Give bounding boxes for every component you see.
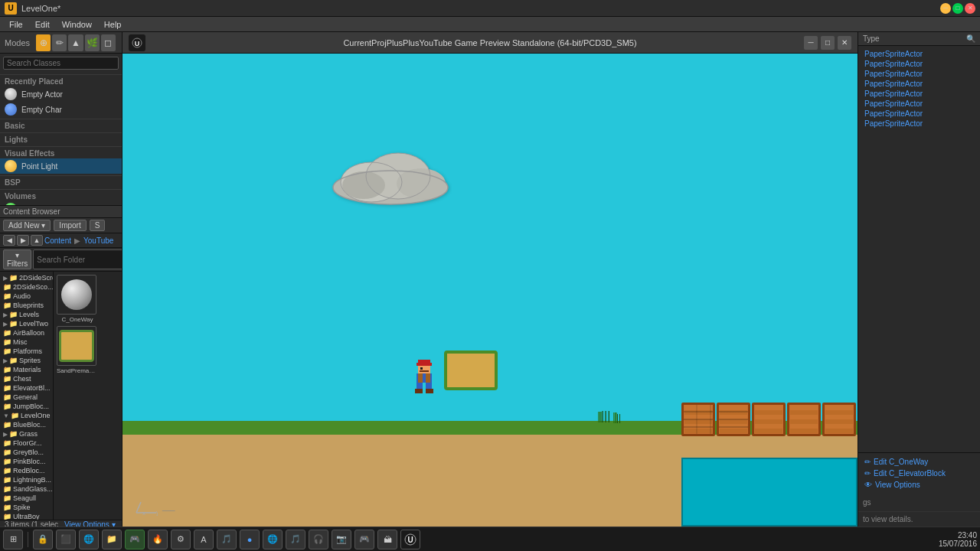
- tree-item-blueblock[interactable]: 📁BlueBloc...: [2, 420, 51, 429]
- landscape-mode-icon[interactable]: ▲: [68, 34, 83, 51]
- taskbar-sep-1: [28, 532, 28, 547]
- rp-type-6[interactable]: PaperSpriteActor: [861, 109, 977, 119]
- taskbar-music[interactable]: 🎵: [217, 530, 237, 549]
- tree-item-ultraboy[interactable]: 📁UltraBoy: [2, 512, 51, 520]
- cb-statusbar: 3 items (1 selec View Options ▾: [0, 520, 122, 527]
- taskbar-gear[interactable]: ⚙: [171, 530, 191, 549]
- tree-item-grass[interactable]: ▶📁Grass: [2, 429, 51, 439]
- menu-window[interactable]: Window: [56, 18, 98, 31]
- nav-forward-button[interactable]: ▶: [17, 235, 29, 246]
- viewport-close-btn[interactable]: ✕: [838, 36, 851, 50]
- tree-item-pinkblock[interactable]: 📁PinkBloc...: [2, 457, 51, 466]
- tree-item-levelone[interactable]: ▼📁LevelOne: [2, 411, 51, 420]
- tree-item-levels[interactable]: ▶📁Levels: [2, 310, 51, 319]
- sand-platform: [444, 350, 498, 390]
- add-new-button[interactable]: Add New ▾: [3, 220, 51, 231]
- class-item-empty-actor[interactable]: Empty Actor: [0, 86, 122, 102]
- taskbar-unreal[interactable]: U: [400, 530, 420, 549]
- tree-item-greyblock[interactable]: 📁GreyBlo...: [2, 448, 51, 457]
- title-text: LevelOne*: [21, 4, 940, 13]
- taskbar-mountain[interactable]: 🏔: [377, 530, 397, 549]
- tree-item-redblock[interactable]: 📁RedBloc...: [2, 466, 51, 475]
- foliage-mode-icon[interactable]: 🌿: [85, 34, 100, 51]
- view-options-btn[interactable]: View Options ▾: [64, 520, 116, 527]
- viewport-maximize-btn[interactable]: □: [821, 36, 835, 50]
- tree-item-chest[interactable]: 📁Chest: [2, 374, 51, 383]
- tree-item-lightning[interactable]: 📁LightningB...: [2, 475, 51, 484]
- geometry-mode-icon[interactable]: ◻: [101, 34, 116, 51]
- brick-block-4: [787, 403, 821, 436]
- cb-item-sandpremade[interactable]: SandPremade_Platforms_Sprite: [57, 326, 100, 374]
- close-button[interactable]: ✕: [965, 3, 975, 14]
- cb-search-input[interactable]: [33, 249, 122, 269]
- taskbar-headphones[interactable]: 🎧: [309, 530, 328, 549]
- rp-type-3[interactable]: PaperSpriteActor: [861, 79, 977, 89]
- tree-item-spike[interactable]: 📁Spike: [2, 503, 51, 512]
- rp-type-4[interactable]: PaperSpriteActor: [861, 89, 977, 99]
- breadcrumb-content[interactable]: Content: [44, 236, 71, 245]
- class-item-point-light[interactable]: Point Light: [0, 158, 122, 174]
- import-button[interactable]: Import: [54, 220, 86, 231]
- tree-item-2dscroll[interactable]: ▶📁2DSideScro...: [2, 273, 51, 282]
- tree-item-sandglass[interactable]: 📁SandGlass...: [2, 484, 51, 494]
- taskbar-camera[interactable]: 📷: [332, 530, 351, 549]
- tree-item-general[interactable]: 📁General: [2, 393, 51, 402]
- tree-item-sprites[interactable]: ▶📁Sprites: [2, 356, 51, 365]
- class-search-input[interactable]: [3, 57, 119, 70]
- class-item-empty-char[interactable]: Empty Char: [0, 102, 122, 117]
- tree-item-misc[interactable]: 📁Misc: [2, 337, 51, 347]
- tree-item-leveltwo[interactable]: ▶📁LevelTwo: [2, 319, 51, 328]
- taskbar-blue-circle[interactable]: ●: [240, 530, 260, 549]
- taskbar-a[interactable]: A: [194, 530, 214, 549]
- rp-type-7[interactable]: PaperSpriteActor: [861, 119, 977, 129]
- tree-item-platforms[interactable]: 📁Platforms: [2, 347, 51, 356]
- rp-actions: ✏ Edit C_OneWay ✏ Edit C_ElevatorBlock 👁…: [858, 452, 980, 494]
- tree-item-elevatorbl[interactable]: 📁ElevatorBl...: [2, 383, 51, 393]
- taskbar-fire[interactable]: 🔥: [148, 530, 168, 549]
- tree-item-audio[interactable]: 📁Audio: [2, 292, 51, 301]
- nav-back-button[interactable]: ◀: [3, 235, 15, 246]
- tree-item-seagull[interactable]: 📁Seagull: [2, 494, 51, 503]
- breadcrumb-youtube[interactable]: YouTube: [83, 236, 113, 245]
- tree-item-airballoon[interactable]: 📁AirBalloon: [2, 328, 51, 337]
- rp-type-5[interactable]: PaperSpriteActor: [861, 99, 977, 109]
- taskbar-music2[interactable]: 🎵: [286, 530, 305, 549]
- taskbar-lock[interactable]: 🔒: [33, 530, 53, 549]
- viewport-minimize-btn[interactable]: ─: [804, 36, 818, 50]
- tree-item-blueprints[interactable]: 📁Blueprints: [2, 301, 51, 310]
- menu-edit[interactable]: Edit: [29, 18, 56, 31]
- taskbar-game1[interactable]: 🎮: [125, 530, 145, 549]
- tree-item-2dside[interactable]: 📁2DSideSco...: [2, 282, 51, 292]
- taskbar-web[interactable]: 🌐: [263, 530, 283, 549]
- rp-type-0[interactable]: PaperSpriteActor: [861, 49, 977, 59]
- menu-file[interactable]: File: [3, 18, 29, 31]
- recently-placed-label: Recently Placed: [0, 74, 122, 86]
- taskbar-browser[interactable]: 🌐: [79, 530, 99, 549]
- rp-type-1[interactable]: PaperSpriteActor: [861, 59, 977, 69]
- taskbar-explorer[interactable]: ⬛: [56, 530, 76, 549]
- taskbar-game2[interactable]: 🎮: [354, 530, 374, 549]
- maximize-button[interactable]: □: [952, 3, 963, 14]
- rp-search-icon[interactable]: 🔍: [966, 34, 975, 43]
- tree-item-materials[interactable]: 📁Materials: [2, 365, 51, 374]
- taskbar-start[interactable]: ⊞: [3, 530, 23, 549]
- paint-mode-icon[interactable]: ✏: [52, 34, 67, 51]
- tree-item-floorgr[interactable]: 📁FloorGr...: [2, 439, 51, 448]
- edit-elevator-btn[interactable]: ✏ Edit C_ElevatorBlock: [861, 468, 977, 479]
- minimize-button[interactable]: ─: [940, 3, 951, 14]
- taskbar-files[interactable]: 📁: [102, 530, 122, 549]
- tree-item-jumpblock[interactable]: 📁JumpBloc...: [2, 402, 51, 411]
- place-mode-icon[interactable]: ⊕: [36, 34, 51, 51]
- rp-type-2[interactable]: PaperSpriteActor: [861, 69, 977, 79]
- cb-item-coneway[interactable]: C_OneWay: [57, 275, 100, 323]
- view-options-btn[interactable]: 👁 View Options: [861, 479, 977, 491]
- edit-icon: ✏: [864, 458, 871, 466]
- content-browser: Content Browser Add New ▾ Import S ◀ ▶ ▲…: [0, 205, 122, 527]
- nav-up-button[interactable]: ▲: [31, 235, 43, 246]
- filters-button[interactable]: ▾ Filters: [3, 249, 31, 269]
- save-button[interactable]: S: [90, 220, 106, 231]
- svg-text:y: y: [156, 509, 158, 516]
- edit-coneway-btn[interactable]: ✏ Edit C_OneWay: [861, 456, 977, 468]
- taskbar-clock: 23:40 15/07/2016: [939, 531, 977, 548]
- menu-help[interactable]: Help: [98, 18, 128, 31]
